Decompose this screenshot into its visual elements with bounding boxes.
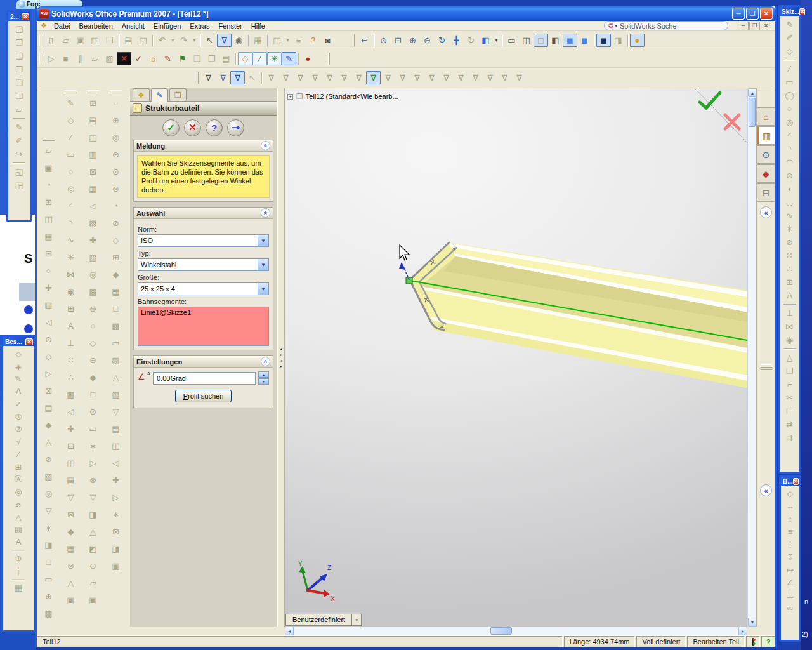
extend-entities-button[interactable]: ⊢ — [782, 404, 797, 418]
spin-up-icon[interactable]: ▲ — [258, 371, 269, 378]
vertical-scroll-thumb[interactable] — [749, 98, 756, 127]
features-tool-12[interactable]: ⊙ — [41, 332, 56, 346]
shaded-preview-button[interactable]: ◼ — [577, 34, 592, 47]
task-panes-button[interactable]: ◫ — [270, 34, 284, 47]
features-tool-19[interactable]: ⊘ — [41, 452, 56, 466]
surfaces-tool-21[interactable]: ∗ — [86, 439, 101, 453]
filter-midpoints-button[interactable]: ∇ — [395, 71, 410, 84]
convert-entities-button[interactable]: ⊞ — [782, 275, 797, 289]
filter-all-button[interactable]: ∇ — [230, 71, 245, 84]
pan-button[interactable]: ╋ — [449, 34, 464, 47]
center-mark-button[interactable]: ⊕ — [11, 552, 26, 565]
filter-edges-button[interactable]: ∇ — [278, 71, 293, 84]
pause-macro-button[interactable]: ∥ — [73, 52, 88, 65]
curves-tool-14[interactable]: ▩ — [108, 319, 124, 333]
surfaces-tool-1[interactable]: ⊞ — [86, 96, 101, 110]
sketch-tools-tool-9[interactable]: ∿ — [63, 233, 79, 247]
surfaces-tool-7[interactable]: ◁ — [86, 199, 101, 213]
file-explorer-icon[interactable]: ⊙ — [757, 145, 775, 164]
centerpoint-arc-button[interactable]: ◜ — [782, 129, 797, 142]
filter-annotations-button[interactable]: ∇ — [454, 71, 468, 84]
vertical-dimension-button[interactable]: ↕ — [783, 513, 798, 526]
palette-title-bar[interactable]: B... ✕ — [781, 477, 799, 486]
sketch-tools-tool-12[interactable]: ◉ — [63, 284, 79, 298]
sketch-button[interactable]: ✎ — [782, 18, 797, 31]
library-tool-button[interactable]: ▤ — [219, 52, 233, 65]
surfaces-tool-3[interactable]: ◫ — [86, 130, 101, 144]
close-icon[interactable]: ✕ — [799, 8, 805, 15]
screen-capture-button[interactable]: ◙ — [320, 34, 335, 47]
sketch-tools-tool-30[interactable]: ▣ — [63, 593, 79, 607]
chevron-down-icon[interactable]: ▾ — [351, 614, 361, 625]
sketch-tools-tool-10[interactable]: ✳ — [63, 250, 79, 264]
record-macro-button[interactable]: ● — [301, 52, 315, 65]
circle-button[interactable]: ○ — [782, 102, 797, 116]
edit-note-button[interactable]: ▨ — [102, 52, 117, 65]
features-tool-21[interactable]: ◎ — [41, 486, 56, 500]
sketch-tools-tool-15[interactable]: ⊥ — [63, 336, 79, 350]
close-icon[interactable]: ✕ — [793, 478, 799, 485]
curves-tool-6[interactable]: ⊗ — [108, 182, 124, 196]
maximize-button[interactable]: ❐ — [746, 8, 759, 20]
print-preview-button[interactable]: ◲ — [136, 34, 150, 47]
features-tool-26[interactable]: ▭ — [41, 572, 56, 586]
toolbar-grip[interactable] — [353, 34, 355, 46]
polygon-button[interactable]: ◯ — [782, 89, 797, 102]
hidden-lines-removed-button[interactable]: ◻ — [534, 34, 548, 47]
box-tool-button[interactable]: ❏ — [190, 52, 204, 65]
filter-hatches-button[interactable]: ∇ — [483, 71, 497, 84]
surfaces-tool-20[interactable]: ▭ — [86, 421, 101, 435]
filter-sketch-points-button[interactable]: ∇ — [366, 71, 381, 84]
make-drawing-button[interactable]: ◫ — [88, 34, 102, 47]
surfaces-tool-27[interactable]: ◩ — [86, 541, 101, 555]
shadows-button[interactable]: ◼ — [596, 34, 611, 47]
appearance-button[interactable]: ☼ — [146, 52, 160, 65]
filter-routing-points-button[interactable]: ∇ — [512, 71, 527, 84]
features-tool-4[interactable]: ⊞ — [41, 195, 56, 209]
zoom-selection-button[interactable]: ⊖ — [420, 34, 435, 47]
centerline-button[interactable]: ┆ — [11, 565, 26, 578]
sketch-tools-tool-20[interactable]: ✚ — [63, 421, 79, 435]
grid-button[interactable]: ▦ — [251, 34, 265, 47]
filter-notes-button[interactable]: ∇ — [468, 71, 483, 84]
curves-tool-4[interactable]: ⊖ — [108, 147, 124, 161]
model-canvas[interactable]: ∗ ∗ — [285, 88, 747, 627]
curves-tool-21[interactable]: ◫ — [108, 439, 124, 453]
sketch-text-button[interactable]: A — [782, 289, 797, 302]
edrawings-publish-button[interactable]: ⚑ — [175, 52, 190, 65]
features-tool-17[interactable]: ◆ — [41, 418, 56, 432]
collapse-chevron-icon[interactable]: « — [261, 141, 270, 150]
sketch-tools-tool-7[interactable]: ◜ — [63, 199, 79, 213]
features-tool-20[interactable]: ▧ — [41, 469, 56, 483]
surfaces-tool-13[interactable]: ⊕ — [86, 302, 101, 315]
curves-tool-10[interactable]: ⊞ — [108, 250, 124, 264]
sketch-tools-tool-19[interactable]: ◁ — [63, 404, 79, 418]
panel-splitter[interactable]: ◂▸◂▸ — [277, 88, 285, 627]
surfaces-tool-19[interactable]: ⊘ — [86, 404, 101, 418]
line-tool-button[interactable]: ∕ — [252, 52, 267, 65]
features-tool-8[interactable]: ○ — [41, 263, 56, 277]
curves-tool-9[interactable]: ◇ — [108, 233, 124, 247]
belt-chain-button[interactable]: △ — [782, 351, 797, 364]
surfaces-tool-18[interactable]: □ — [86, 387, 101, 401]
message-group-header[interactable]: Meldung « — [134, 140, 273, 152]
norm-select[interactable]: ISO ▼ — [138, 234, 269, 247]
surfaces-tool-16[interactable]: ⊖ — [86, 353, 101, 367]
features-tool-3[interactable]: ◔ — [41, 178, 56, 192]
menu-item-datei[interactable]: Datei — [49, 22, 75, 30]
quick-tips-help-icon[interactable]: ? — [761, 636, 775, 647]
curves-tool-25[interactable]: ∗ — [108, 507, 124, 521]
tangent-arc-button[interactable]: ◝ — [782, 142, 797, 156]
surfaces-tool-24[interactable]: ▽ — [86, 490, 101, 504]
curves-tool-15[interactable]: ▭ — [108, 336, 124, 350]
curves-tool-23[interactable]: ✚ — [108, 473, 124, 487]
path-segments-listbox[interactable]: Linie1@Skizze1 — [138, 307, 269, 346]
features-tool-25[interactable]: □ — [41, 555, 56, 569]
doc-restore-button[interactable]: ❐ — [749, 22, 760, 30]
play-macro-button[interactable]: ▷ — [44, 52, 58, 65]
balloon-button[interactable]: ① — [11, 411, 26, 423]
three-point-arc-button[interactable]: ◠ — [782, 156, 797, 169]
filter-center-marks-button[interactable]: ∇ — [410, 71, 424, 84]
stop-vba-button[interactable]: ✕ — [117, 52, 131, 65]
view-orientation-button[interactable]: ◧ — [478, 34, 493, 47]
